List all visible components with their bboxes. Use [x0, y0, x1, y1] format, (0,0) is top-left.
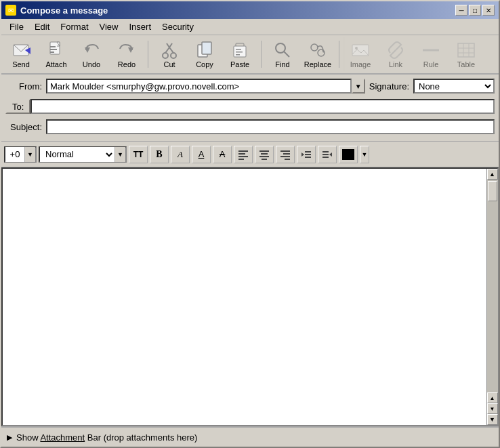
menu-view[interactable]: View	[94, 20, 124, 33]
window-controls: ─ □ ✕	[455, 5, 495, 16]
style-select-container: Normal Heading 1 Heading 2 Heading 3 ▼	[39, 146, 127, 163]
svg-rect-39	[259, 150, 269, 152]
attachment-arrow-icon: ▶	[7, 433, 12, 442]
attachment-bar[interactable]: ▶ Show Attachment Bar (drop attachments …	[1, 426, 499, 447]
svg-rect-41	[259, 156, 269, 157]
copy-icon	[195, 41, 214, 60]
table-button[interactable]: Table	[449, 37, 483, 71]
menu-edit[interactable]: Edit	[29, 20, 55, 33]
align-center-button[interactable]	[255, 146, 274, 163]
menu-bar: File Edit Format View Insert Security	[1, 19, 499, 35]
text-color-button[interactable]	[339, 146, 358, 163]
replace-button[interactable]: Replace	[301, 37, 335, 71]
format-toolbar: ▼ Normal Heading 1 Heading 2 Heading 3 ▼…	[1, 142, 499, 167]
color-dropdown-button[interactable]: ▼	[360, 146, 369, 163]
svg-rect-35	[238, 150, 248, 152]
toolbar-separator-2	[261, 41, 262, 68]
scroll-up-button[interactable]: ▲	[487, 169, 498, 180]
minimize-button[interactable]: ─	[455, 5, 467, 16]
to-row: To:	[5, 98, 495, 115]
svg-rect-46	[285, 159, 290, 160]
to-button[interactable]: To:	[5, 99, 30, 114]
svg-rect-16	[202, 42, 211, 54]
compose-wrapper: ▲ ▲ ▼ ▼	[1, 167, 499, 426]
table-icon	[457, 41, 476, 60]
find-label: Find	[275, 60, 289, 68]
find-button[interactable]: Find	[266, 37, 299, 71]
attach-icon	[47, 41, 66, 60]
copy-button[interactable]: Copy	[188, 37, 222, 71]
svg-rect-52	[322, 154, 329, 155]
from-label: From:	[5, 81, 46, 91]
cut-icon	[160, 41, 179, 60]
font-tt-button[interactable]: TT	[129, 146, 148, 163]
svg-rect-36	[238, 153, 245, 155]
svg-line-11	[165, 47, 169, 53]
align-left-button[interactable]	[234, 146, 253, 163]
underline-button[interactable]: A	[192, 146, 211, 163]
subject-row: Subject:	[5, 118, 495, 136]
redo-icon	[117, 41, 136, 60]
redo-button[interactable]: Redo	[110, 37, 144, 71]
close-button[interactable]: ✕	[482, 5, 495, 16]
svg-rect-48	[305, 154, 311, 155]
style-arrow[interactable]: ▼	[114, 147, 125, 162]
svg-rect-40	[261, 153, 268, 155]
send-button[interactable]: Send	[4, 37, 38, 71]
bold-button[interactable]: B	[150, 146, 169, 163]
style-select[interactable]: Normal Heading 1 Heading 2 Heading 3	[40, 147, 114, 162]
rule-button[interactable]: Rule	[414, 37, 448, 71]
compose-area[interactable]	[3, 169, 486, 425]
image-button[interactable]: Image	[343, 37, 377, 71]
scroll-page-up[interactable]: ▲	[487, 392, 498, 403]
font-size-container: ▼	[4, 146, 37, 163]
align-right-button[interactable]	[276, 146, 295, 163]
scroll-thumb[interactable]	[488, 181, 497, 201]
italic-button[interactable]: A	[171, 146, 190, 163]
copy-label: Copy	[196, 60, 213, 68]
from-field[interactable]	[46, 79, 352, 94]
replace-icon	[308, 41, 327, 60]
rule-icon	[421, 41, 440, 60]
signature-select[interactable]: None	[413, 79, 495, 94]
undo-button[interactable]: Undo	[75, 37, 108, 71]
outdent-button[interactable]	[297, 146, 316, 163]
subject-field[interactable]	[46, 119, 495, 134]
paste-button[interactable]: Paste	[223, 37, 257, 71]
attach-button[interactable]: Attach	[39, 37, 73, 71]
undo-label: Undo	[83, 60, 100, 68]
attachment-text: Show Attachment Bar (drop attachments he…	[16, 432, 197, 443]
font-size-arrow[interactable]: ▼	[24, 147, 35, 162]
svg-marker-54	[329, 152, 332, 157]
indent-button[interactable]	[318, 146, 337, 163]
scroll-down-button[interactable]: ▼	[487, 414, 498, 425]
svg-point-24	[311, 44, 318, 51]
vertical-scrollbar[interactable]: ▲ ▲ ▼ ▼	[486, 169, 497, 425]
attach-label: Attach	[45, 60, 66, 68]
svg-rect-6	[50, 52, 54, 53]
table-label: Table	[457, 60, 475, 68]
menu-security[interactable]: Security	[157, 20, 199, 33]
menu-insert[interactable]: Insert	[123, 20, 157, 33]
font-size-input[interactable]	[5, 147, 24, 162]
link-icon	[386, 41, 405, 60]
send-label: Send	[12, 60, 30, 68]
to-field[interactable]	[30, 99, 495, 114]
maximize-button[interactable]: □	[469, 5, 481, 16]
strikethrough-button[interactable]: A	[213, 146, 232, 163]
menu-file[interactable]: File	[4, 20, 29, 33]
rule-label: Rule	[423, 60, 439, 68]
send-icon	[12, 41, 30, 60]
svg-point-22	[276, 43, 285, 53]
scroll-page-down[interactable]: ▼	[487, 403, 498, 414]
scroll-track[interactable]	[487, 180, 498, 392]
menu-format[interactable]: Format	[55, 20, 93, 33]
svg-marker-50	[301, 152, 304, 157]
cut-button[interactable]: Cut	[152, 37, 186, 71]
link-button[interactable]: Link	[379, 37, 413, 71]
find-icon	[273, 41, 292, 60]
toolbar-separator-1	[148, 41, 148, 68]
svg-rect-49	[305, 157, 311, 158]
link-label: Link	[389, 60, 402, 68]
from-dropdown[interactable]: ▼	[352, 79, 365, 94]
